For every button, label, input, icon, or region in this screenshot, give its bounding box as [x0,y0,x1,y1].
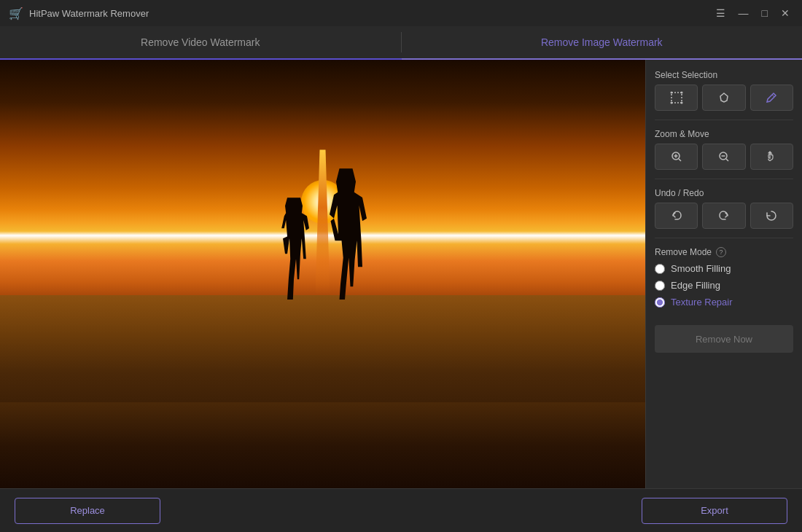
tab-bar: Remove Video Watermark Remove Image Wate… [0,26,802,60]
svg-point-4 [680,102,682,104]
pan-button[interactable] [750,144,793,170]
window-controls: ☰ — □ ✕ [712,6,793,20]
texture-repair-radio[interactable] [655,297,665,308]
app-title: HitPaw Watermark Remover [29,8,149,19]
remove-mode-header: Remove Mode ? [655,247,793,257]
person-left-silhouette [272,197,316,300]
zoom-section-label: Zoom & Move [655,129,793,139]
svg-point-1 [670,92,672,94]
image-canvas[interactable] [0,60,645,488]
replace-button[interactable]: Replace [15,498,160,524]
zoom-section: Zoom & Move [655,129,793,170]
edge-filling-option[interactable]: Edge Filling [655,280,793,291]
undo-section-label: Undo / Redo [655,188,793,198]
zoom-in-button[interactable] [655,144,698,170]
edge-filling-label: Edge Filling [671,280,720,291]
main-content: Select Selection [0,60,802,488]
person-right-silhouette [319,168,373,300]
minimize-button[interactable]: — [735,6,752,20]
silhouette-group [272,168,373,300]
bottom-bar: Replace Export [0,488,802,532]
remove-mode-label: Remove Mode [655,247,712,257]
texture-repair-label: Texture Repair [671,297,733,308]
menu-icon[interactable]: ☰ [712,6,729,20]
svg-line-12 [726,159,728,161]
close-button[interactable]: ✕ [777,6,793,20]
edge-filling-radio[interactable] [655,281,665,291]
zoom-tool-row [655,144,793,170]
brush-select-button[interactable] [750,85,793,111]
svg-line-9 [679,159,681,161]
zoom-out-button[interactable] [702,144,745,170]
ground-layer [0,402,645,488]
select-section-label: Select Selection [655,70,793,80]
title-bar: 🛒 HitPaw Watermark Remover ☰ — □ ✕ [0,0,802,26]
cart-icon: 🛒 [9,7,23,20]
svg-rect-0 [671,93,682,103]
undo-button[interactable] [655,203,698,229]
select-section: Select Selection [655,70,793,111]
lasso-select-button[interactable] [702,85,745,111]
maximize-button[interactable]: □ [758,6,771,20]
divider-3 [655,238,793,238]
export-button[interactable]: Export [642,498,787,524]
svg-point-3 [670,102,672,104]
texture-repair-option[interactable]: Texture Repair [655,297,793,308]
rect-select-button[interactable] [655,85,698,111]
tab-video[interactable]: Remove Video Watermark [0,26,401,60]
undo-tool-row [655,203,793,229]
select-tool-row [655,85,793,111]
help-icon[interactable]: ? [716,247,726,257]
image-area[interactable] [0,60,645,488]
redo-button[interactable] [702,203,745,229]
undo-section: Undo / Redo [655,188,793,229]
right-panel: Select Selection [645,60,802,488]
smooth-filling-label: Smooth Filling [671,263,731,274]
smooth-filling-option[interactable]: Smooth Filling [655,263,793,274]
remove-mode-section: Remove Mode ? Smooth Filling Edge Fillin… [655,247,793,313]
svg-line-5 [772,95,774,97]
remove-now-button[interactable]: Remove Now [655,325,793,353]
divider-2 [655,179,793,179]
svg-point-2 [680,92,682,94]
tab-image[interactable]: Remove Image Watermark [402,26,803,60]
smooth-filling-radio[interactable] [655,264,665,274]
reset-button[interactable] [750,203,793,229]
divider-1 [655,120,793,120]
